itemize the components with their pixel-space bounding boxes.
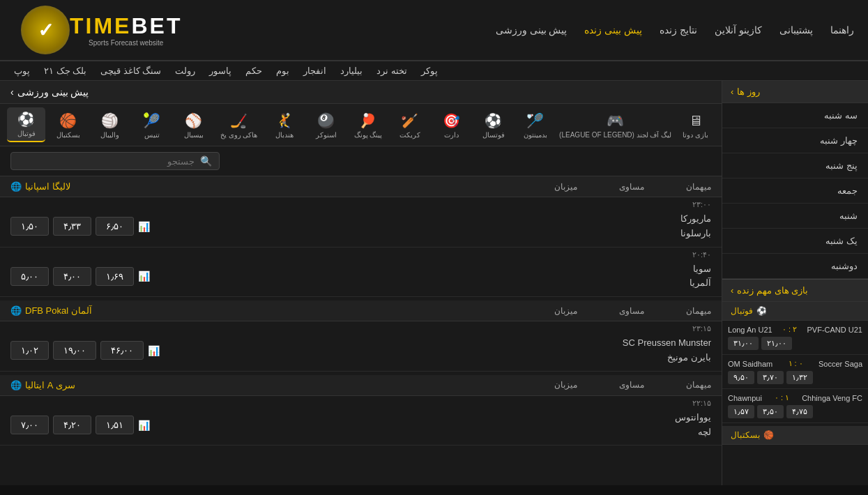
odd-preussen-draw[interactable]: ۱۹٫۰۰: [53, 341, 96, 360]
live-match-3-team2: Chawnpui: [728, 394, 762, 402]
casino-item-blackjack[interactable]: بلک جک ۲۱: [44, 66, 86, 76]
live-match-1: PVF-CAND U21 ۲ : ۰ Long An U21 ۲۱٫۰۰ ۳۱٫…: [722, 321, 868, 355]
sport-dota[interactable]: 🖥 بازی دوتا: [676, 109, 715, 142]
flag-germany-icon: 🌐: [10, 305, 22, 316]
live-match-3-odd1[interactable]: ۴٫۷۵: [786, 405, 813, 418]
nav-support[interactable]: پشتیبانی: [779, 24, 813, 36]
odd-sevilla-draw[interactable]: ۴٫۰۰: [53, 267, 91, 286]
chart-icon-juventus[interactable]: 📊: [138, 420, 150, 431]
nav-live-betting[interactable]: پیش بینی زنده: [584, 24, 642, 36]
league-dfb: میهمان مساوی میزبان آلمان DFB Pokal 🌐 ۲۳…: [0, 300, 722, 372]
live-match-3-odd3[interactable]: ۱٫۵۷: [728, 405, 754, 418]
handball-sport-icon: 🤾: [275, 112, 293, 129]
live-match-2-score: ۰ : ۱: [789, 359, 803, 368]
day-fri[interactable]: جمعه: [722, 178, 868, 204]
sport-basketball[interactable]: 🏀 بسکتبال: [49, 109, 87, 142]
center-content: پیش بینی ورزشی › ⚽ فوتبال 🏀 بسکتبال 🏐 وا…: [0, 81, 722, 485]
odd-mallorca-away[interactable]: ۶٫۵۰: [96, 217, 134, 236]
odd-preussen-away[interactable]: ۴۶٫۰۰: [100, 341, 144, 360]
cricket-sport-icon: 🏏: [401, 112, 418, 129]
odd-juventus-draw[interactable]: ۴٫۲۰: [53, 416, 91, 434]
col-home: میزبان: [554, 182, 577, 192]
casino-item-hokm[interactable]: حکم: [245, 66, 262, 76]
day-thu[interactable]: پنج شنبه: [722, 153, 868, 178]
nav-live-results[interactable]: نتایج زنده: [660, 24, 697, 36]
live-match-1-odd1[interactable]: ۳۱٫۰۰: [728, 337, 759, 350]
live-match-1-odd2[interactable]: ۲۱٫۰۰: [761, 337, 792, 350]
live-match-2-odd3[interactable]: ۹٫۵۰: [728, 371, 754, 384]
col-seriea-away: میهمان: [686, 380, 711, 390]
match-sevilla-teams: سویا آلمریا: [690, 262, 711, 291]
baseball-sport-label: بیسبال: [184, 131, 204, 139]
live-section-title: بازی های مهم زنده ›: [722, 279, 868, 302]
live-match-2-odd2[interactable]: ۳٫۷۰: [757, 371, 784, 384]
dota-sport-label: بازی دوتا: [683, 131, 708, 139]
chart-icon-preussen[interactable]: 📊: [148, 345, 160, 356]
sport-snooker[interactable]: 🎱 اسنوکر: [307, 109, 345, 142]
sport-dart[interactable]: 🎯 دارت: [432, 109, 471, 142]
search-input[interactable]: [18, 156, 195, 167]
lol-sport-icon: 🎮: [607, 112, 624, 129]
casino-item-boom[interactable]: بوم: [276, 66, 289, 76]
match-preussen-bayern: ۲۳:۱۵ SC Preussen Munster بایرن مونیخ 📊 …: [0, 321, 722, 372]
casino-item-pasur[interactable]: پاسور: [209, 66, 231, 76]
handball-sport-label: هندبال: [275, 131, 294, 139]
team-mallorca-away: بارسلونا: [680, 227, 711, 241]
day-sat[interactable]: شنبه: [722, 204, 868, 229]
day-tue[interactable]: سه شنبه: [722, 103, 868, 128]
league-laliga-name: لالیگا اسپانیا: [25, 181, 70, 192]
casino-item-roulette[interactable]: رولت: [175, 66, 195, 76]
nav-sports-betting[interactable]: پیش بینی ورزشی: [496, 24, 568, 36]
match-preussen-time: ۲۳:۱۵: [0, 321, 722, 333]
casino-item-backgammon[interactable]: تخته نرد: [376, 66, 407, 76]
sport-tennis[interactable]: 🎾 تنیس: [132, 109, 171, 142]
match-sevilla-row: سویا آلمریا 📊 ۱٫۶۹ ۴٫۰۰ ۵٫۰۰: [0, 259, 722, 297]
basketball-sport-icon: 🏀: [59, 112, 77, 129]
odd-mallorca-draw[interactable]: ۴٫۳۳: [53, 217, 91, 236]
league-seriea: میهمان مساوی میزبان سری A ایتالیا 🌐 ۲۲:۱…: [0, 375, 722, 446]
casino-item-rockpaper[interactable]: سنگ کاغذ قیچی: [100, 66, 161, 76]
match-preussen-odds: 📊 ۴۶٫۰۰ ۱۹٫۰۰ ۱٫۰۲: [10, 341, 160, 360]
snooker-sport-icon: 🎱: [317, 112, 335, 129]
nav-rahnama[interactable]: راهنما: [830, 24, 854, 36]
league-laliga-header: میهمان مساوی میزبان لالیگا اسپانیا 🌐: [0, 176, 722, 197]
sport-pingpong[interactable]: 🏓 پینگ پونگ: [349, 109, 387, 142]
dart-sport-label: دارت: [444, 131, 459, 139]
chart-icon-mallorca[interactable]: 📊: [138, 221, 150, 232]
casino-item-poker[interactable]: پوکر: [421, 66, 438, 76]
casino-item-pop[interactable]: پوپ: [14, 66, 30, 76]
live-match-1-team2: Long An U21: [728, 326, 772, 334]
brand-bet: BET: [131, 13, 182, 39]
basketball-label: 🏀 بسکتبال: [722, 426, 868, 445]
chart-icon-sevilla[interactable]: 📊: [138, 271, 150, 282]
casino-item-explosion[interactable]: انفجار: [303, 66, 326, 76]
day-sun[interactable]: یک شنبه: [722, 229, 868, 254]
league-laliga: میهمان مساوی میزبان لالیگا اسپانیا 🌐 ۲۳:…: [0, 176, 722, 297]
casino-bar: پوکر تخته نرد بیلیارد انفجار بوم حکم پاس…: [0, 61, 868, 81]
sports-icons-bar: ⚽ فوتبال 🏀 بسکتبال 🏐 والیبال 🎾 تنیس ⚾ بی…: [0, 104, 722, 146]
casino-item-billiard[interactable]: بیلیارد: [340, 66, 363, 76]
sport-handball[interactable]: 🤾 هندبال: [265, 109, 303, 142]
odd-mallorca-home[interactable]: ۱٫۵۰: [10, 217, 49, 236]
odd-preussen-home[interactable]: ۱٫۰۲: [10, 341, 49, 360]
sport-cricket[interactable]: 🏏 کریکت: [390, 109, 429, 142]
sport-football[interactable]: ⚽ فوتبال: [7, 107, 45, 142]
sport-badminton[interactable]: 🏸 بدمینتون: [516, 109, 554, 142]
odd-sevilla-away[interactable]: ۱٫۶۹: [96, 267, 134, 286]
live-match-3-score: ۱ : ۰: [775, 393, 789, 402]
odd-juventus-home[interactable]: ۷٫۰۰: [10, 416, 49, 434]
live-match-2-odd1[interactable]: ۱٫۳۲: [786, 371, 813, 384]
basketball-label-text: بسکتبال: [731, 430, 760, 440]
day-wed[interactable]: چهار شنبه: [722, 128, 868, 153]
day-mon[interactable]: دوشنبه: [722, 254, 868, 279]
odd-sevilla-home[interactable]: ۵٫۰۰: [10, 267, 49, 286]
nav-casino-online[interactable]: کازینو آنلاین: [715, 24, 762, 36]
sport-baseball[interactable]: ⚾ بیسبال: [174, 109, 213, 142]
odd-juventus-away[interactable]: ۱٫۵۱: [96, 416, 134, 434]
checkmark-icon: ✓: [38, 19, 54, 42]
sport-lol[interactable]: 🎮 لیگ آف لجند (LEAGUE OF LEGEND): [558, 109, 673, 142]
live-match-3-odd2[interactable]: ۳٫۵۰: [757, 405, 784, 418]
sport-hockey[interactable]: 🏒 هاکی روی یخ: [216, 109, 261, 142]
sport-futsal[interactable]: ⚽ فوتسال: [474, 109, 512, 142]
sport-volleyball[interactable]: 🏐 والیبال: [91, 109, 129, 142]
